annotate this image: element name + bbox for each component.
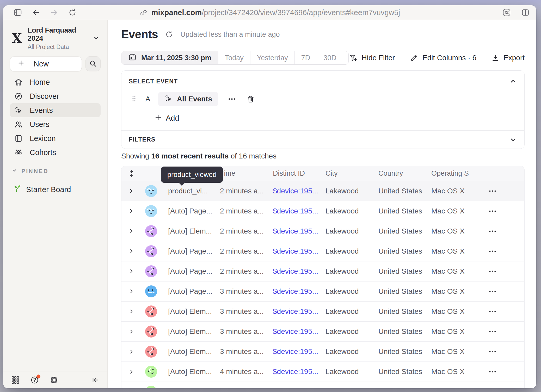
cell-event-name: [Auto] Page... — [161, 267, 220, 275]
forward-icon[interactable] — [50, 8, 58, 17]
col-header-distinct-id[interactable]: Distinct ID — [273, 169, 325, 177]
search-button[interactable] — [85, 56, 101, 71]
table-row[interactable]: [Auto] Page...2 minutes a...$device:195.… — [121, 241, 524, 261]
sidebar-item-label: Home — [30, 78, 50, 87]
sidebar-toggle-icon[interactable] — [14, 8, 22, 17]
cell-distinct-id[interactable]: $device:195... — [273, 327, 325, 336]
back-icon[interactable] — [32, 8, 40, 17]
cell-country: United States — [378, 368, 431, 376]
range-7d[interactable]: 7D — [294, 51, 317, 64]
sidebar-item-home[interactable]: Home — [10, 75, 101, 89]
cell-distinct-id[interactable]: $device:195... — [273, 227, 325, 235]
add-event-button[interactable]: Add — [155, 114, 179, 123]
page-settings-icon[interactable] — [502, 8, 511, 17]
split-view-icon[interactable] — [521, 8, 530, 17]
table-row[interactable]: [Auto] Elem...2 minutes a...$device:195.… — [121, 221, 524, 241]
pinned-item[interactable]: Starter Board — [10, 184, 101, 195]
hide-filter-button[interactable]: Hide Filter — [349, 53, 395, 62]
range-today[interactable]: Today — [218, 51, 250, 64]
settings-gear-icon[interactable] — [50, 376, 58, 384]
new-button[interactable]: New — [10, 56, 82, 71]
chevron-up-icon[interactable] — [509, 77, 517, 85]
row-menu-icon[interactable] — [488, 290, 524, 293]
table-row[interactable]: [Auto] Elem...3 minutes a...$device:195.… — [121, 342, 524, 362]
sidebar-item-users[interactable]: Users — [10, 117, 101, 131]
help-icon[interactable] — [30, 376, 39, 384]
row-menu-icon[interactable] — [488, 350, 524, 353]
filters-section[interactable]: FILTERS — [121, 130, 524, 149]
row-menu-icon[interactable] — [488, 310, 524, 313]
collapse-rows-icon[interactable] — [121, 169, 141, 178]
expand-row-icon[interactable] — [121, 188, 141, 194]
table-row[interactable]: [Auto] Elem...3 minutes a...$device:195.… — [121, 322, 524, 342]
col-header-city[interactable]: City — [325, 169, 378, 177]
cell-country: United States — [378, 307, 431, 316]
cell-distinct-id[interactable]: $device:195... — [273, 207, 325, 215]
refresh-icon[interactable] — [165, 30, 174, 39]
row-menu-icon[interactable] — [488, 270, 524, 273]
sidebar-item-discover[interactable]: Discover — [10, 89, 101, 103]
cell-country: United States — [378, 327, 431, 336]
cell-os: Mac OS X — [431, 327, 488, 336]
address-bar[interactable]: mixpanel.com/project/3472420/view/397469… — [139, 5, 400, 20]
col-header-country[interactable]: Country — [378, 169, 431, 177]
cell-os: Mac OS X — [431, 227, 488, 235]
col-header-time[interactable]: Time — [220, 169, 273, 177]
expand-row-icon[interactable] — [121, 208, 141, 214]
table-row[interactable]: [Auto] Elem...3 minutes a...$device:195.… — [121, 302, 524, 322]
new-button-label: New — [34, 60, 49, 68]
sidebar-item-lexicon[interactable]: Lexicon — [10, 131, 101, 145]
cell-distinct-id[interactable]: $device:195... — [273, 287, 325, 296]
table-row[interactable] — [121, 382, 524, 388]
expand-row-icon[interactable] — [121, 228, 141, 234]
drag-handle-icon[interactable] — [132, 95, 136, 103]
expand-row-icon[interactable] — [121, 288, 141, 295]
sidebar-item-events[interactable]: Events — [10, 103, 101, 117]
collapse-sidebar-icon[interactable] — [91, 376, 100, 384]
range-30d[interactable]: 30D — [317, 51, 343, 64]
chevron-down-icon[interactable] — [509, 136, 517, 144]
cell-distinct-id[interactable]: $device:195... — [273, 187, 325, 195]
cell-distinct-id[interactable]: $device:195... — [273, 347, 325, 356]
event-selector-pill[interactable]: All Events — [158, 92, 218, 106]
expand-row-icon[interactable] — [121, 268, 141, 274]
export-button[interactable]: Export — [491, 54, 525, 62]
expand-row-icon[interactable] — [121, 248, 141, 254]
expand-row-icon[interactable] — [121, 308, 141, 315]
apps-grid-icon[interactable] — [11, 376, 20, 384]
cell-distinct-id[interactable]: $device:195... — [273, 368, 325, 376]
table-row[interactable]: [Auto] Page...2 minutes a...$device:195.… — [121, 261, 524, 281]
table-row[interactable]: [Auto] Page...3 minutes a...$device:195.… — [121, 281, 524, 302]
range-yesterday[interactable]: Yesterday — [250, 51, 294, 64]
table-row[interactable]: [Auto] Elem...4 minutes a...$device:195.… — [121, 362, 524, 382]
cell-distinct-id[interactable]: $device:195... — [273, 267, 325, 275]
range-3m[interactable]: 3M — [343, 51, 349, 64]
row-menu-icon[interactable] — [488, 189, 524, 193]
pinned-section-header[interactable]: PINNED — [10, 168, 101, 175]
row-menu-icon[interactable] — [488, 330, 524, 333]
row-menu-icon[interactable] — [488, 209, 524, 213]
cell-country: United States — [378, 347, 431, 356]
row-menu-icon[interactable] — [488, 229, 524, 233]
expand-row-icon[interactable] — [121, 328, 141, 335]
url-host: mixpanel.com — [151, 8, 202, 17]
edit-columns-button[interactable]: Edit Columns · 6 — [410, 54, 476, 62]
chevron-down-icon — [11, 168, 17, 175]
expand-row-icon[interactable] — [121, 369, 141, 375]
date-picker[interactable]: Mar 11, 2025 3:30 pm — [121, 51, 218, 64]
home-icon — [14, 78, 23, 87]
export-label: Export — [503, 54, 525, 62]
more-options-icon[interactable] — [228, 97, 236, 101]
pinned-label: PINNED — [21, 168, 48, 175]
col-header-os[interactable]: Operating S — [431, 169, 488, 177]
cell-distinct-id[interactable]: $device:195... — [273, 307, 325, 316]
trash-icon[interactable] — [247, 95, 255, 103]
cell-distinct-id[interactable]: $device:195... — [273, 247, 325, 255]
reload-icon[interactable] — [68, 8, 77, 17]
project-switcher[interactable]: X Lord Farquaad 2024 All Project Data — [10, 26, 101, 51]
sidebar-item-cohorts[interactable]: Cohorts — [10, 145, 101, 160]
row-menu-icon[interactable] — [488, 370, 524, 373]
row-menu-icon[interactable] — [488, 249, 524, 253]
expand-row-icon[interactable] — [121, 348, 141, 355]
table-row[interactable]: [Auto] Page...2 minutes a...$device:195.… — [121, 201, 524, 221]
